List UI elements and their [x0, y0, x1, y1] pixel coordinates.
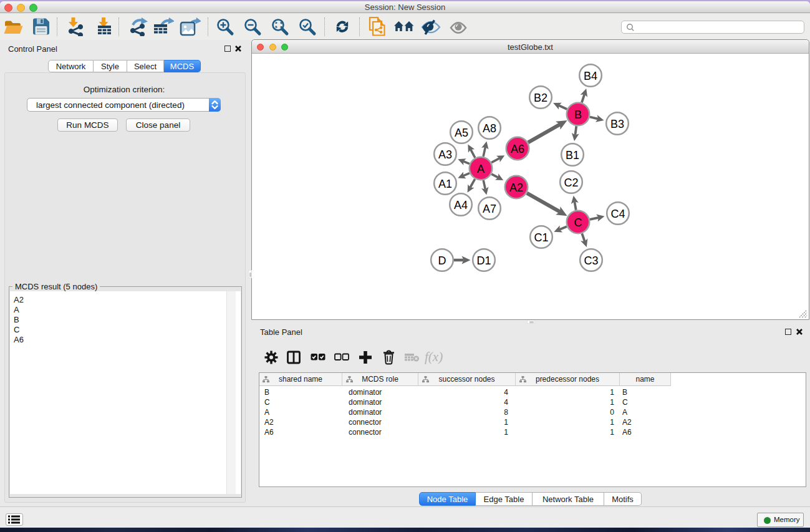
svg-text:B4: B4 [584, 70, 597, 82]
svg-text:B: B [574, 109, 582, 121]
svg-text:C3: C3 [584, 254, 598, 267]
svg-text:C4: C4 [610, 208, 625, 220]
svg-text:A7: A7 [483, 203, 496, 215]
svg-text:A3: A3 [438, 148, 452, 161]
svg-text:D1: D1 [476, 254, 491, 267]
svg-text:A: A [477, 163, 485, 175]
svg-text:B1: B1 [566, 149, 579, 162]
svg-text:B2: B2 [534, 92, 547, 104]
svg-text:C: C [574, 216, 582, 229]
svg-text:A2: A2 [509, 181, 523, 194]
svg-text:A1: A1 [438, 178, 452, 190]
svg-text:D: D [438, 254, 446, 267]
svg-text:A4: A4 [454, 199, 468, 211]
svg-text:A6: A6 [511, 143, 524, 155]
svg-text:C1: C1 [534, 231, 548, 244]
svg-text:C2: C2 [564, 177, 578, 189]
svg-text:A5: A5 [455, 127, 468, 139]
svg-text:B3: B3 [610, 118, 624, 130]
svg-text:A8: A8 [483, 122, 496, 135]
